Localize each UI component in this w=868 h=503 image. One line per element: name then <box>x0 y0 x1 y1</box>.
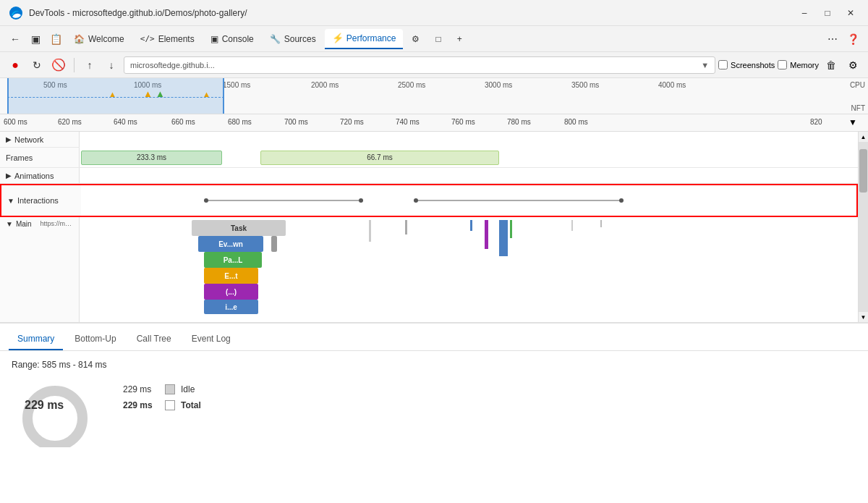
close-button[interactable]: ✕ <box>842 4 859 22</box>
idle-label: Idle <box>181 384 195 394</box>
scatter-bar-6 <box>510 220 512 238</box>
frame-bar-1[interactable]: 233.3 ms <box>81 151 222 165</box>
tracks-container: ▶ Network Frames 233.3 ms 66.7 ms <box>0 132 868 322</box>
scatter-bar-5 <box>499 220 508 256</box>
screenshots-checkbox-group: Screenshots <box>718 60 775 69</box>
ruler-3500: 3500 ms <box>571 81 599 89</box>
range-text: Range: 585 ms - 814 ms <box>12 360 856 370</box>
ruler-3000: 3000 ms <box>485 81 512 89</box>
ie-block[interactable]: i...e <box>204 300 258 314</box>
scatter-bar-7 <box>571 220 573 231</box>
zoom-700: 700 ms <box>284 118 308 126</box>
devtools-nav-undock[interactable]: 📋 <box>46 30 65 48</box>
minimize-button[interactable]: – <box>796 4 813 22</box>
zoom-740: 740 ms <box>396 118 420 126</box>
maximize-button[interactable]: □ <box>819 4 836 22</box>
zoom-660: 660 ms <box>171 118 195 126</box>
main-thread-track: ▼ Main https://microsoftedge... Task Ev.… <box>0 217 858 322</box>
sources-icon: 🔧 <box>270 34 281 44</box>
devtools-nav-back[interactable]: ← <box>6 30 25 48</box>
interactions-content <box>81 185 856 216</box>
zoom-800: 800 ms <box>564 118 588 126</box>
url-text: microsoftedge.github.i... <box>130 61 698 69</box>
e-block[interactable]: E...t <box>204 268 258 284</box>
interaction-line-2 <box>414 200 624 201</box>
tab-event-log[interactable]: Event Log <box>183 329 239 350</box>
ev-block[interactable]: Ev...wn <box>198 236 263 252</box>
interaction-dot-2 <box>359 198 363 203</box>
scatter-bar-3 <box>470 220 472 231</box>
tab-elements[interactable]: </> Elements <box>133 29 202 49</box>
scatter-bar-2 <box>405 220 407 234</box>
zoom-780: 780 ms <box>507 118 531 126</box>
more-options-button[interactable]: ⋯ <box>823 30 842 48</box>
marker-3: ▲ <box>156 88 165 99</box>
performance-icon: ⚡ <box>332 33 344 43</box>
memory-checkbox-group: Memory <box>778 60 819 69</box>
clear-profile-button[interactable]: 🗑 <box>822 56 841 75</box>
total-ms: 229 ms <box>123 400 159 410</box>
zoom-600: 600 ms <box>4 118 27 126</box>
interactions-expand-arrow[interactable]: ▼ <box>7 197 14 205</box>
clear-button[interactable]: 🚫 <box>49 56 68 75</box>
settings-gear-button[interactable]: ⚙ <box>843 56 862 75</box>
idle-ms: 229 ms <box>123 384 159 394</box>
network-expand-arrow[interactable]: ▶ <box>6 135 12 143</box>
ruler-4000: 4000 ms <box>658 81 686 89</box>
donut-svg <box>15 382 102 447</box>
help-button[interactable]: ❓ <box>843 30 862 48</box>
zoom-down-arrow[interactable]: ▼ <box>848 117 857 127</box>
tab-settings-icon[interactable]: ⚙ <box>404 29 427 49</box>
memory-checkbox[interactable] <box>778 60 787 69</box>
tab-console[interactable]: ▣ Console <box>203 29 261 49</box>
tab-bottom-up[interactable]: Bottom-Up <box>66 329 124 350</box>
record-button[interactable]: ● <box>6 56 25 75</box>
frames-label: Frames <box>0 148 80 167</box>
idle-swatch <box>165 384 175 394</box>
download-button[interactable]: ↓ <box>102 56 121 75</box>
tab-summary[interactable]: Summary <box>9 329 63 350</box>
elements-icon: </> <box>140 34 155 43</box>
zoom-720: 720 ms <box>340 118 364 126</box>
summary-content: Range: 585 ms - 814 ms 229 ms <box>0 351 868 503</box>
screenshots-checkbox[interactable] <box>718 60 728 69</box>
url-dropdown-arrow[interactable]: ▼ <box>701 61 709 69</box>
scatter-bar-4 <box>485 220 488 249</box>
pa-block[interactable]: Pa...L <box>204 252 262 268</box>
legend-area: 229 ms Idle 229 ms Total <box>123 379 201 410</box>
tab-performance[interactable]: ⚡ Performance <box>325 29 404 49</box>
frames-content: 233.3 ms 66.7 ms <box>80 148 858 168</box>
upload-button[interactable]: ↑ <box>80 56 99 75</box>
main-expand-arrow[interactable]: ▼ <box>6 220 13 228</box>
url-display: microsoftedge.github.i... ▼ <box>124 56 715 74</box>
total-swatch <box>165 400 175 410</box>
network-track: ▶ Network <box>0 132 858 148</box>
zoom-680: 680 ms <box>228 118 252 126</box>
tab-call-tree[interactable]: Call Tree <box>128 329 180 350</box>
devtools-nav-dock[interactable]: ▣ <box>26 30 45 48</box>
network-content <box>80 132 858 148</box>
reload-record-button[interactable]: ↻ <box>27 56 46 75</box>
scrollbar-thumb[interactable] <box>859 149 867 193</box>
zoom-760: 760 ms <box>451 118 475 126</box>
marker-1: ▲ <box>109 90 116 98</box>
main-url-text: https://microsoftedge... <box>41 220 73 227</box>
scroll-down-button[interactable]: ▼ <box>859 312 869 322</box>
paren-block[interactable]: (...) <box>204 284 258 300</box>
tab-sources[interactable]: 🔧 Sources <box>263 29 323 49</box>
scroll-up-button[interactable]: ▲ <box>859 132 869 142</box>
animations-expand-arrow[interactable]: ▶ <box>6 172 12 179</box>
memory-label[interactable]: Memory <box>790 61 819 69</box>
tab-more-tools[interactable]: + <box>450 29 469 49</box>
tracks-main: ▶ Network Frames 233.3 ms 66.7 ms <box>0 132 858 322</box>
tab-welcome[interactable]: 🏠 Welcome <box>67 29 132 49</box>
edge-icon <box>9 6 23 20</box>
screenshots-label[interactable]: Screenshots <box>731 61 775 69</box>
devtools-container: DevTools - microsoftedge.github.io/Demos… <box>0 0 868 503</box>
marker-4: ▲ <box>203 90 210 98</box>
summary-row: 229 ms 229 ms Idle 229 ms Total <box>12 379 856 451</box>
frame-bar-2[interactable]: 66.7 ms <box>260 151 499 165</box>
task-block[interactable]: Task <box>192 220 286 236</box>
tab-cast-icon[interactable]: □ <box>428 29 448 49</box>
window-controls: – □ ✕ <box>796 4 859 22</box>
